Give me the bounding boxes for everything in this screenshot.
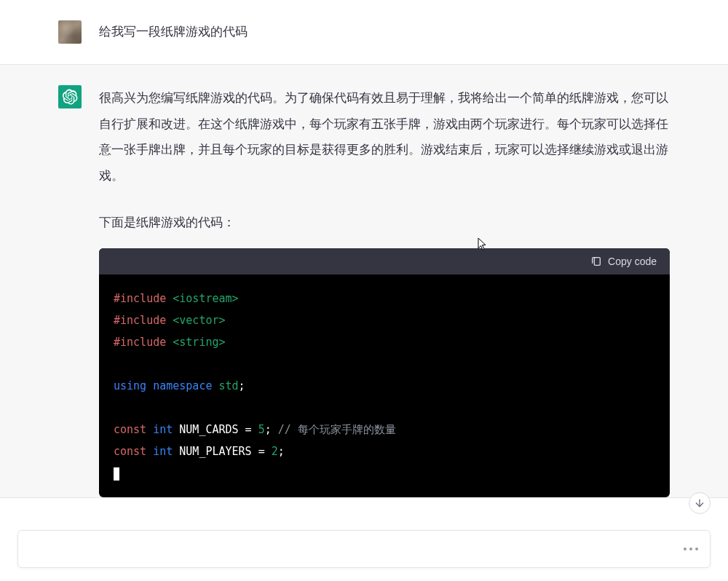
code-header: Copy code [99,248,670,274]
assistant-avatar [58,85,82,108]
openai-logo-icon [62,89,78,105]
code-content: #include <iostream> #include <vector> #i… [99,274,670,497]
chat-input[interactable] [30,542,684,556]
user-message: 给我写一段纸牌游戏的代码 [0,0,728,64]
svg-rect-0 [594,258,600,266]
scroll-to-bottom-button[interactable] [689,492,711,514]
copy-code-label: Copy code [608,256,657,267]
assistant-paragraph: 下面是纸牌游戏的代码： [99,210,670,236]
copy-code-button[interactable]: Copy code [590,256,657,267]
typing-cursor [114,467,119,481]
chat-input-bar [17,530,711,568]
clipboard-icon [590,256,602,267]
arrow-down-icon [694,497,705,509]
assistant-content: 很高兴为您编写纸牌游戏的代码。为了确保代码有效且易于理解，我将给出一个简单的纸牌… [99,85,670,497]
user-avatar [58,20,82,44]
user-message-text: 给我写一段纸牌游戏的代码 [99,20,248,42]
assistant-paragraph: 很高兴为您编写纸牌游戏的代码。为了确保代码有效且易于理解，我将给出一个简单的纸牌… [99,85,670,189]
loading-indicator-icon [684,548,698,550]
assistant-message: 很高兴为您编写纸牌游戏的代码。为了确保代码有效且易于理解，我将给出一个简单的纸牌… [0,64,728,498]
code-block: Copy code #include <iostream> #include <… [99,248,670,497]
